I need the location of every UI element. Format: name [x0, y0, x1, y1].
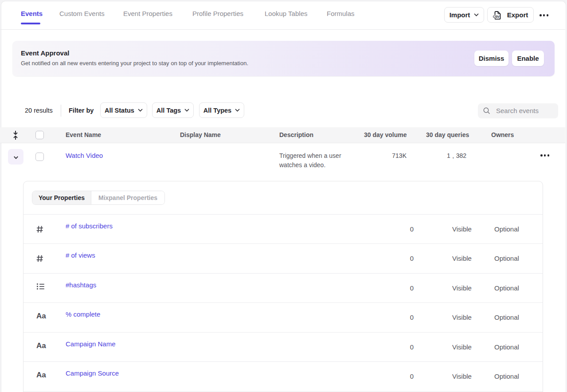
- svg-text:CSV: CSV: [493, 15, 500, 19]
